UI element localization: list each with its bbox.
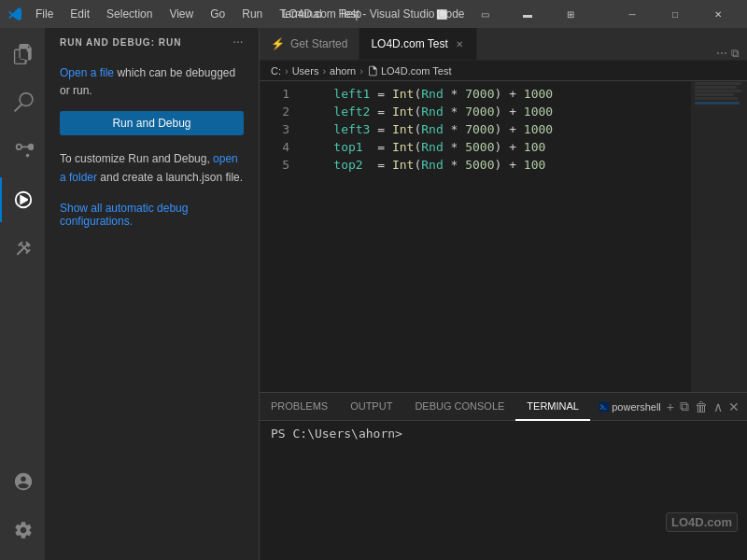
menu-edit[interactable]: Edit [63,6,97,22]
tab-lo4d-label: LO4D.com Test [371,37,447,50]
activity-extensions[interactable] [0,226,45,271]
activity-explorer[interactable] [0,32,45,77]
sidebar-header-icons[interactable]: ··· [233,37,244,48]
breadcrumb-drive[interactable]: C: [271,65,281,77]
line-numbers: 1 2 3 4 5 [260,81,297,392]
sidebar-header: RUN AND DEBUG: RUN ··· [45,28,259,53]
titlebar: File Edit Selection View Go Run Terminal… [0,0,747,28]
lo4d-logo: LO4D.com [666,512,738,532]
powershell-label: powershell [599,401,661,413]
sidebar-header-title: RUN AND DEBUG: RUN [60,37,181,48]
breadcrumb: C: › Users › ahorn › LO4D.com Test [260,61,747,81]
minimap-content [691,81,747,392]
tab-debug-console[interactable]: DEBUG CONSOLE [403,393,515,421]
sidebar: RUN AND DEBUG: RUN ··· Open a file which… [45,28,260,560]
activity-search[interactable] [0,80,45,125]
minimize-button[interactable]: ─ [611,0,654,28]
breadcrumb-sep1: › [285,65,289,77]
tab-output[interactable]: OUTPUT [339,393,403,421]
menu-run[interactable]: Run [234,6,270,22]
tabs-ellipsis-icon[interactable]: ⋯ [716,47,727,60]
sidebar-info-text: Open a file which can be debugged or run… [60,64,244,100]
activity-source-control[interactable] [0,129,45,174]
activity-settings[interactable] [0,508,45,553]
line-number: 1 [260,85,289,103]
terminal-panel: PROBLEMS OUTPUT DEBUG CONSOLE TERMINAL p… [260,392,747,560]
watermark: LO4D.com [666,512,738,532]
menu-file[interactable]: File [28,6,61,22]
terminal-maximize-icon[interactable]: ∧ [713,399,723,414]
activity-account[interactable] [0,459,45,504]
layout-options-icon[interactable]: ⊞ [549,0,592,28]
sidebar-content: Open a file which can be debugged or run… [45,53,259,560]
sidebar-customize-text: To customize Run and Debug, open a folde… [60,150,244,186]
breadcrumb-users[interactable]: Users [292,65,319,77]
terminal-panel-controls: powershell + ⧉ 🗑 ∧ ✕ [599,399,747,414]
minimap [691,81,747,392]
code-editor[interactable]: 1 2 3 4 5 left1 = Int(Rnd * 7000) + 1000… [260,81,747,560]
activity-bar [0,28,45,560]
terminal-close-icon[interactable]: ✕ [728,399,740,414]
activity-run-debug[interactable] [0,177,45,222]
tabs-right: ⋯ ⧉ [716,47,747,60]
vscode-logo-icon [7,7,22,21]
breadcrumb-file[interactable]: LO4D.com Test [367,65,452,77]
terminal-split-icon[interactable]: ⧉ [680,399,689,414]
line-number: 4 [260,138,289,156]
vscode-tab-icon: ⚡ [271,37,285,50]
breadcrumb-sep3: › [359,65,363,77]
terminal-trash-icon[interactable]: 🗑 [695,399,708,414]
tab-get-started-label: Get Started [290,37,347,50]
sidebar-toggle-icon[interactable]: ▭ [463,0,506,28]
split-editor-icon[interactable]: ⧉ [731,47,740,60]
sidebar-more-icon[interactable]: ··· [233,37,244,48]
terminal-tabs-bar: PROBLEMS OUTPUT DEBUG CONSOLE TERMINAL p… [260,393,747,421]
tab-get-started[interactable]: ⚡ Get Started [260,28,359,60]
open-folder-link[interactable]: open a folder [60,152,238,183]
window-title: LO4D.com Test - Visual Studio Code [283,7,465,21]
menu-go[interactable]: Go [203,6,233,22]
line-number: 3 [260,120,289,138]
close-button[interactable]: ✕ [697,0,740,28]
code-content[interactable]: left1 = Int(Rnd * 7000) + 1000 left2 = I… [297,81,691,392]
editor-area: ⚡ Get Started LO4D.com Test ✕ ⋯ ⧉ C: › U… [260,28,747,560]
tab-problems[interactable]: PROBLEMS [260,393,339,421]
tab-close-icon[interactable]: ✕ [454,38,465,50]
window-controls: ⬜ ▭ ▬ ⊞ ─ □ ✕ [420,0,740,28]
tabs-bar: ⚡ Get Started LO4D.com Test ✕ ⋯ ⧉ [260,28,747,61]
tab-lo4d-test[interactable]: LO4D.com Test ✕ [359,28,476,60]
menu-selection[interactable]: Selection [99,6,160,22]
terminal-content[interactable]: PS C:\Users\ahorn> [260,421,747,560]
menu-view[interactable]: View [162,6,201,22]
open-file-link[interactable]: Open a file [60,66,114,79]
maximize-button[interactable]: □ [654,0,697,28]
activity-bar-bottom [0,459,45,560]
breadcrumb-sep2: › [322,65,326,77]
run-and-debug-button[interactable]: Run and Debug [60,111,244,135]
line-number: 5 [260,156,289,174]
terminal-add-icon[interactable]: + [667,399,674,414]
main-layout: RUN AND DEBUG: RUN ··· Open a file which… [0,28,747,560]
terminal-prompt: PS C:\Users\ahorn> [271,427,402,441]
panel-toggle-icon[interactable]: ▬ [506,0,549,28]
line-number: 2 [260,103,289,120]
tab-terminal[interactable]: TERMINAL [515,393,590,421]
breadcrumb-ahorn[interactable]: ahorn [330,65,356,77]
show-debug-configs-link[interactable]: Show all automatic debug configurations. [60,202,244,228]
code-lines: 1 2 3 4 5 left1 = Int(Rnd * 7000) + 1000… [260,81,747,392]
